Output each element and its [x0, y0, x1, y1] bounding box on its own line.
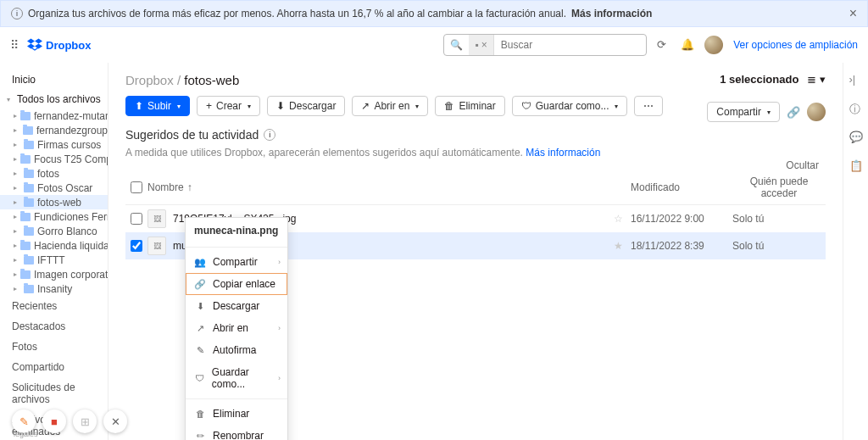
sidebar-starred[interactable]: Destacados [0, 316, 108, 337]
ctx-copy-link[interactable]: 🔗Copiar enlace [186, 273, 287, 295]
logo-text: Dropbox [46, 39, 91, 52]
search-box[interactable]: 🔍 ▪ × [443, 34, 647, 56]
fab-record[interactable]: ■ [42, 409, 66, 433]
save-as-button[interactable]: 🛡 Guardar como...▾ [512, 96, 628, 116]
tree-item[interactable]: ▸fotos [0, 166, 108, 181]
ctx-download[interactable]: ⬇Descargar [186, 295, 287, 317]
ctx-autosign[interactable]: ✎Autofirma [186, 339, 287, 361]
suggest-hint: A medida que utilices Dropbox, aparecerá… [125, 147, 826, 159]
tree-item[interactable]: ▸Fundiciones Fernandez [0, 209, 108, 224]
sidebar-shared[interactable]: Compartido [0, 357, 108, 377]
sort-icon[interactable]: ↑ [187, 181, 192, 193]
tree-item[interactable]: ▸Imagen corporativa OB [0, 267, 108, 281]
ctx-save-as[interactable]: 🛡Guardar como...› [186, 361, 287, 395]
crumb-root[interactable]: Dropbox [125, 73, 174, 87]
legal-text: legales [14, 430, 38, 438]
search-folder-chip[interactable]: ▪ × [469, 35, 494, 55]
comment-icon[interactable]: 💬 [849, 131, 863, 144]
share-button[interactable]: Compartir▾ [707, 102, 780, 122]
suggest-more-link[interactable]: Más información [526, 147, 600, 159]
search-icon: 🔍 [444, 35, 469, 55]
tree-item[interactable]: ▸Firmas cursos [0, 137, 108, 152]
delete-button[interactable]: 🗑 Eliminar [435, 96, 504, 116]
avatar[interactable] [704, 36, 723, 54]
suggest-title: Sugeridos de tu actividad [125, 128, 259, 142]
tree-item[interactable]: ▸IFTTT [0, 253, 108, 267]
crumb-current: fotos-web [184, 73, 239, 87]
download-button[interactable]: ⬇ Descargar [267, 96, 345, 116]
ctx-open-in[interactable]: ↗Abrir en› [186, 317, 287, 339]
ctx-delete[interactable]: 🗑Eliminar [186, 403, 287, 425]
tree-item[interactable]: ▸fernandez-mutantia [0, 109, 108, 123]
star-icon[interactable]: ★ [614, 240, 631, 252]
sidebar-home[interactable]: Inicio [0, 70, 108, 90]
tree-item[interactable]: ▸Fotos Oscar [0, 181, 108, 195]
ctx-share[interactable]: 👥Compartir› [186, 251, 287, 273]
upload-button[interactable]: ⬆ Subir▾ [125, 96, 190, 116]
sidebar-all-files[interactable]: ▾Todos los archivos [0, 90, 108, 109]
banner-more-link[interactable]: Más información [571, 8, 652, 19]
row-checkbox[interactable] [131, 240, 142, 252]
info-icon: i [11, 8, 23, 19]
info-panel-icon[interactable]: ⓘ [849, 102, 863, 115]
activity-icon[interactable]: 📋 [849, 159, 863, 173]
sidebar-requests[interactable]: Solicitudes de archivos [0, 377, 108, 409]
star-icon[interactable]: ☆ [614, 213, 631, 225]
context-menu: muneca-nina.png 👥Compartir› 🔗Copiar enla… [185, 217, 288, 440]
fab-grid[interactable]: ⊞ [73, 409, 97, 433]
topbar: ⠿ Dropbox 🔍 ▪ × ⟳ 🔔 Ver opciones de ampl… [0, 27, 868, 63]
tree-item[interactable]: ▸Gorro Blanco [0, 224, 108, 238]
select-all-checkbox[interactable] [131, 181, 142, 193]
sidebar-photos[interactable]: Fotos [0, 337, 108, 357]
tree-item[interactable]: ▸Hacienda liquidación oscar... [0, 238, 108, 253]
expand-link[interactable]: Ver opciones de ampliación [733, 39, 858, 51]
row-checkbox[interactable] [131, 213, 142, 225]
sidebar: Inicio ▾Todos los archivos ▸fernandez-mu… [0, 63, 108, 440]
link-icon[interactable]: 🔗 [787, 106, 800, 119]
bell-icon[interactable]: 🔔 [681, 38, 694, 52]
tree-item[interactable]: ▸fernandezgroup [0, 123, 108, 137]
promo-banner: i Organiza tus archivos de forma más efi… [0, 0, 868, 27]
list-view-icon[interactable]: ≣ ▾ [807, 73, 826, 86]
right-rail: ›| ⓘ 💬 📋 [843, 63, 868, 440]
fab-close[interactable]: ✕ [103, 409, 127, 433]
sidebar-recent[interactable]: Recientes [0, 296, 108, 316]
selection-count: 1 seleccionado [720, 73, 798, 86]
banner-text: Organiza tus archivos de forma más efica… [28, 8, 566, 19]
create-button[interactable]: + Crear▾ [197, 96, 260, 116]
close-icon[interactable]: × [849, 6, 857, 21]
logo[interactable]: Dropbox [27, 37, 91, 53]
ctx-rename[interactable]: ✏Renombrar [186, 425, 287, 440]
search-input[interactable] [494, 39, 646, 51]
table-header: Nombre ↑ Modificado Quién puede acceder [125, 170, 826, 205]
tree-item[interactable]: ▸Insanity [0, 281, 108, 296]
more-button[interactable]: ⋯ [634, 96, 663, 116]
apps-grid-icon[interactable]: ⠿ [10, 38, 17, 52]
folder-avatar[interactable] [807, 103, 826, 121]
collapse-icon[interactable]: ›| [849, 73, 863, 86]
info-icon[interactable]: i [264, 129, 275, 141]
clock-icon[interactable]: ⟳ [657, 38, 670, 52]
ctx-title: muneca-nina.png [186, 218, 287, 243]
tree-item[interactable]: ▸fotos-web [0, 195, 108, 209]
hide-link[interactable]: Ocultar [786, 159, 819, 171]
selection-bar: 1 seleccionado ≣ ▾ [720, 73, 826, 86]
open-in-button[interactable]: ↗ Abrir en▾ [352, 96, 428, 116]
tree-item[interactable]: ▸Focus T25 Completo [0, 152, 108, 166]
